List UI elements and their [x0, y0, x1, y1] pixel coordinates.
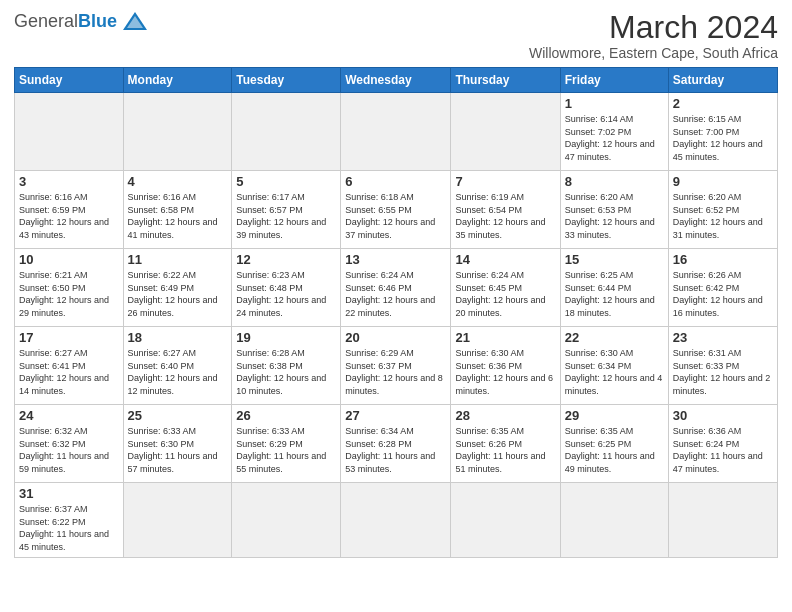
day-info: Sunrise: 6:22 AM Sunset: 6:49 PM Dayligh…: [128, 269, 228, 319]
day-info: Sunrise: 6:37 AM Sunset: 6:22 PM Dayligh…: [19, 503, 119, 553]
calendar-cell: 14Sunrise: 6:24 AM Sunset: 6:45 PM Dayli…: [451, 249, 560, 327]
logo-general: General: [14, 11, 78, 31]
day-number: 23: [673, 330, 773, 345]
day-number: 29: [565, 408, 664, 423]
day-number: 6: [345, 174, 446, 189]
calendar-cell: [451, 93, 560, 171]
col-sunday: Sunday: [15, 68, 124, 93]
calendar-cell: 8Sunrise: 6:20 AM Sunset: 6:53 PM Daylig…: [560, 171, 668, 249]
day-number: 24: [19, 408, 119, 423]
day-number: 2: [673, 96, 773, 111]
calendar-week-row: 1Sunrise: 6:14 AM Sunset: 7:02 PM Daylig…: [15, 93, 778, 171]
day-number: 18: [128, 330, 228, 345]
title-area: March 2024 Willowmore, Eastern Cape, Sou…: [529, 10, 778, 61]
day-number: 30: [673, 408, 773, 423]
calendar-cell: [341, 93, 451, 171]
calendar-cell: [451, 483, 560, 557]
calendar-cell: [341, 483, 451, 557]
calendar-cell: [668, 483, 777, 557]
day-info: Sunrise: 6:28 AM Sunset: 6:38 PM Dayligh…: [236, 347, 336, 397]
calendar-cell: 6Sunrise: 6:18 AM Sunset: 6:55 PM Daylig…: [341, 171, 451, 249]
day-number: 1: [565, 96, 664, 111]
day-info: Sunrise: 6:19 AM Sunset: 6:54 PM Dayligh…: [455, 191, 555, 241]
calendar-cell: 4Sunrise: 6:16 AM Sunset: 6:58 PM Daylig…: [123, 171, 232, 249]
calendar-cell: 17Sunrise: 6:27 AM Sunset: 6:41 PM Dayli…: [15, 327, 124, 405]
day-number: 4: [128, 174, 228, 189]
calendar-cell: 12Sunrise: 6:23 AM Sunset: 6:48 PM Dayli…: [232, 249, 341, 327]
logo-text: GeneralBlue: [14, 12, 117, 31]
day-info: Sunrise: 6:25 AM Sunset: 6:44 PM Dayligh…: [565, 269, 664, 319]
day-number: 21: [455, 330, 555, 345]
calendar-cell: 30Sunrise: 6:36 AM Sunset: 6:24 PM Dayli…: [668, 405, 777, 483]
day-info: Sunrise: 6:35 AM Sunset: 6:25 PM Dayligh…: [565, 425, 664, 475]
calendar-cell: 25Sunrise: 6:33 AM Sunset: 6:30 PM Dayli…: [123, 405, 232, 483]
day-info: Sunrise: 6:27 AM Sunset: 6:40 PM Dayligh…: [128, 347, 228, 397]
calendar-cell: 31Sunrise: 6:37 AM Sunset: 6:22 PM Dayli…: [15, 483, 124, 557]
col-monday: Monday: [123, 68, 232, 93]
calendar-cell: [560, 483, 668, 557]
calendar-cell: 16Sunrise: 6:26 AM Sunset: 6:42 PM Dayli…: [668, 249, 777, 327]
day-number: 5: [236, 174, 336, 189]
col-friday: Friday: [560, 68, 668, 93]
calendar-cell: 15Sunrise: 6:25 AM Sunset: 6:44 PM Dayli…: [560, 249, 668, 327]
day-number: 31: [19, 486, 119, 501]
day-number: 14: [455, 252, 555, 267]
logo: GeneralBlue: [14, 10, 149, 32]
calendar-cell: 7Sunrise: 6:19 AM Sunset: 6:54 PM Daylig…: [451, 171, 560, 249]
calendar-cell: [232, 483, 341, 557]
calendar-cell: 11Sunrise: 6:22 AM Sunset: 6:49 PM Dayli…: [123, 249, 232, 327]
day-number: 22: [565, 330, 664, 345]
calendar-cell: 19Sunrise: 6:28 AM Sunset: 6:38 PM Dayli…: [232, 327, 341, 405]
day-info: Sunrise: 6:36 AM Sunset: 6:24 PM Dayligh…: [673, 425, 773, 475]
calendar-header-row: Sunday Monday Tuesday Wednesday Thursday…: [15, 68, 778, 93]
calendar-week-row: 24Sunrise: 6:32 AM Sunset: 6:32 PM Dayli…: [15, 405, 778, 483]
day-number: 26: [236, 408, 336, 423]
day-number: 20: [345, 330, 446, 345]
day-number: 13: [345, 252, 446, 267]
page: GeneralBlue March 2024 Willowmore, Easte…: [0, 0, 792, 568]
calendar-cell: 28Sunrise: 6:35 AM Sunset: 6:26 PM Dayli…: [451, 405, 560, 483]
day-number: 10: [19, 252, 119, 267]
logo-icon: [121, 10, 149, 32]
day-info: Sunrise: 6:27 AM Sunset: 6:41 PM Dayligh…: [19, 347, 119, 397]
day-info: Sunrise: 6:33 AM Sunset: 6:29 PM Dayligh…: [236, 425, 336, 475]
calendar-cell: 1Sunrise: 6:14 AM Sunset: 7:02 PM Daylig…: [560, 93, 668, 171]
calendar-cell: 3Sunrise: 6:16 AM Sunset: 6:59 PM Daylig…: [15, 171, 124, 249]
day-number: 27: [345, 408, 446, 423]
col-saturday: Saturday: [668, 68, 777, 93]
day-info: Sunrise: 6:23 AM Sunset: 6:48 PM Dayligh…: [236, 269, 336, 319]
day-info: Sunrise: 6:24 AM Sunset: 6:46 PM Dayligh…: [345, 269, 446, 319]
calendar-cell: 2Sunrise: 6:15 AM Sunset: 7:00 PM Daylig…: [668, 93, 777, 171]
day-info: Sunrise: 6:33 AM Sunset: 6:30 PM Dayligh…: [128, 425, 228, 475]
day-info: Sunrise: 6:20 AM Sunset: 6:53 PM Dayligh…: [565, 191, 664, 241]
day-info: Sunrise: 6:35 AM Sunset: 6:26 PM Dayligh…: [455, 425, 555, 475]
calendar-week-row: 31Sunrise: 6:37 AM Sunset: 6:22 PM Dayli…: [15, 483, 778, 557]
day-info: Sunrise: 6:20 AM Sunset: 6:52 PM Dayligh…: [673, 191, 773, 241]
col-wednesday: Wednesday: [341, 68, 451, 93]
calendar-cell: [123, 483, 232, 557]
day-number: 25: [128, 408, 228, 423]
day-number: 7: [455, 174, 555, 189]
col-thursday: Thursday: [451, 68, 560, 93]
calendar-cell: 24Sunrise: 6:32 AM Sunset: 6:32 PM Dayli…: [15, 405, 124, 483]
day-number: 16: [673, 252, 773, 267]
col-tuesday: Tuesday: [232, 68, 341, 93]
calendar-cell: [15, 93, 124, 171]
day-info: Sunrise: 6:34 AM Sunset: 6:28 PM Dayligh…: [345, 425, 446, 475]
day-info: Sunrise: 6:16 AM Sunset: 6:59 PM Dayligh…: [19, 191, 119, 241]
day-info: Sunrise: 6:16 AM Sunset: 6:58 PM Dayligh…: [128, 191, 228, 241]
day-info: Sunrise: 6:15 AM Sunset: 7:00 PM Dayligh…: [673, 113, 773, 163]
logo-blue: Blue: [78, 11, 117, 31]
calendar-cell: 13Sunrise: 6:24 AM Sunset: 6:46 PM Dayli…: [341, 249, 451, 327]
calendar-week-row: 3Sunrise: 6:16 AM Sunset: 6:59 PM Daylig…: [15, 171, 778, 249]
calendar-cell: 18Sunrise: 6:27 AM Sunset: 6:40 PM Dayli…: [123, 327, 232, 405]
calendar-cell: 23Sunrise: 6:31 AM Sunset: 6:33 PM Dayli…: [668, 327, 777, 405]
calendar-week-row: 17Sunrise: 6:27 AM Sunset: 6:41 PM Dayli…: [15, 327, 778, 405]
day-number: 3: [19, 174, 119, 189]
month-title: March 2024: [529, 10, 778, 45]
calendar-cell: 5Sunrise: 6:17 AM Sunset: 6:57 PM Daylig…: [232, 171, 341, 249]
calendar-cell: 21Sunrise: 6:30 AM Sunset: 6:36 PM Dayli…: [451, 327, 560, 405]
day-number: 12: [236, 252, 336, 267]
calendar-cell: 27Sunrise: 6:34 AM Sunset: 6:28 PM Dayli…: [341, 405, 451, 483]
day-number: 15: [565, 252, 664, 267]
